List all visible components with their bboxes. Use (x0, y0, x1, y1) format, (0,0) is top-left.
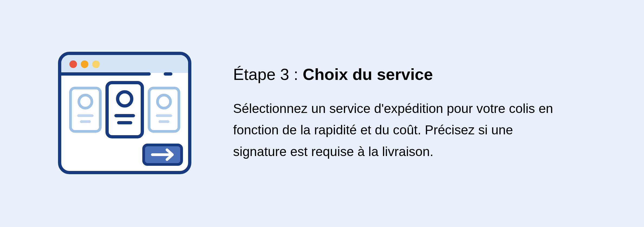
step-heading: Étape 3 : Choix du service (233, 65, 595, 84)
traffic-dot-yellow-icon (92, 60, 100, 68)
step-title: Choix du service (303, 65, 433, 83)
step-description: Sélectionnez un service d'expédition pou… (233, 98, 558, 162)
option-card-selected-icon (107, 83, 142, 137)
option-card-right-icon (149, 88, 179, 131)
option-card-left-icon (70, 88, 100, 131)
browser-window-icon (54, 43, 195, 183)
step-row: Étape 3 : Choix du service Sélectionnez … (0, 43, 644, 184)
step-prefix: Étape 3 : (233, 65, 303, 83)
step-text: Étape 3 : Choix du service Sélectionnez … (233, 65, 595, 162)
traffic-dot-red-icon (69, 60, 77, 68)
traffic-dot-orange-icon (81, 60, 88, 68)
next-button-icon (144, 145, 182, 164)
step-illustration (54, 43, 195, 184)
